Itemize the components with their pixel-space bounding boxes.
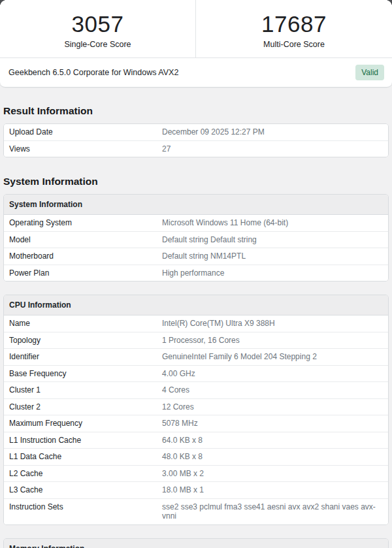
row-label: Maximum Frequency [4, 415, 162, 432]
row-label: Topology [4, 332, 162, 349]
row-label: Instruction Sets [4, 499, 162, 524]
row-label: Cluster 1 [4, 382, 162, 398]
table-row: Maximum Frequency5078 MHz [4, 415, 388, 432]
table-row: Instruction Setssse2 sse3 pclmul fma3 ss… [4, 498, 388, 524]
row-label: Name [4, 315, 162, 332]
card-title: System Information [4, 195, 388, 215]
card-title: CPU Information [4, 295, 388, 315]
row-value: High performance [162, 265, 388, 282]
row-label: Identifier [4, 349, 162, 365]
row-label: L2 Cache [4, 466, 162, 482]
table-row: L1 Instruction Cache64.0 KB x 8 [4, 432, 388, 449]
score-banner: 3057 Single-Core Score 17687 Multi-Core … [0, 0, 392, 88]
table-row: Power PlanHigh performance [4, 265, 388, 282]
multi-core-score-value: 17687 [261, 11, 327, 37]
row-value: Default string Default string [162, 232, 388, 248]
multi-core-score-label: Multi-Core Score [263, 40, 325, 49]
row-label: Cluster 2 [4, 399, 162, 415]
single-core-score-value: 3057 [72, 11, 124, 37]
card-title: Memory Information [4, 539, 388, 548]
row-label: Upload Date [4, 124, 162, 140]
table-row: ModelDefault string Default string [4, 231, 388, 248]
row-value: sse2 sse3 pclmul fma3 sse41 aesni avx av… [162, 499, 388, 524]
row-value: 27 [162, 141, 388, 157]
table-row: Upload DateDecember 09 2025 12:27 PM [4, 124, 388, 140]
row-value: Microsoft Windows 11 Home (64-bit) [162, 215, 388, 231]
valid-status-badge: Valid [355, 65, 384, 80]
row-label: L3 Cache [4, 482, 162, 498]
window-corner-artifact-left [0, 0, 5, 5]
row-value: 4.00 GHz [162, 366, 388, 382]
single-core-score-card: 3057 Single-Core Score [0, 0, 196, 57]
row-value: 5078 MHz [162, 415, 388, 432]
row-label: L1 Data Cache [4, 449, 162, 465]
row-value: 3.00 MB x 2 [162, 466, 388, 482]
table-row: L3 Cache18.0 MB x 1 [4, 481, 388, 498]
table-row: Cluster 14 Cores [4, 381, 388, 398]
row-value: 18.0 MB x 1 [162, 482, 388, 498]
table-row: IdentifierGenuineIntel Family 6 Model 20… [4, 348, 388, 365]
row-label: Views [4, 141, 162, 157]
table-row: NameIntel(R) Core(TM) Ultra X9 388H [4, 315, 388, 332]
row-value: 12 Cores [162, 399, 388, 415]
row-value: 64.0 KB x 8 [162, 432, 388, 449]
row-label: Model [4, 232, 162, 248]
score-columns: 3057 Single-Core Score 17687 Multi-Core … [0, 0, 392, 58]
window-corner-artifact-right [387, 0, 392, 5]
row-value: 4 Cores [162, 382, 388, 398]
benchmark-version-text: Geekbench 6.5.0 Corporate for Windows AV… [8, 68, 355, 77]
table-row: Topology1 Processor, 16 Cores [4, 332, 388, 349]
result-information-card: Upload DateDecember 09 2025 12:27 PMView… [3, 123, 389, 157]
multi-core-score-card: 17687 Multi-Core Score [196, 0, 392, 57]
row-value: GenuineIntel Family 6 Model 204 Stepping… [162, 349, 388, 365]
single-core-score-label: Single-Core Score [64, 40, 131, 49]
info-card: System InformationOperating SystemMicros… [3, 194, 389, 282]
row-value: Default string NM14PTL [162, 248, 388, 265]
system-information-heading: System Information [3, 176, 388, 187]
row-label: Power Plan [4, 265, 162, 282]
table-row: Cluster 212 Cores [4, 398, 388, 415]
row-label: L1 Instruction Cache [4, 432, 162, 449]
table-row: Operating SystemMicrosoft Windows 11 Hom… [4, 215, 388, 231]
row-label: Operating System [4, 215, 162, 231]
row-value: December 09 2025 12:27 PM [162, 124, 388, 140]
info-card: Memory InformationSize63.50 GB [3, 538, 389, 548]
info-card: CPU InformationNameIntel(R) Core(TM) Ult… [3, 295, 389, 525]
table-row: Base Frequency4.00 GHz [4, 365, 388, 382]
row-value: 48.0 KB x 8 [162, 449, 388, 465]
system-information-cards: System InformationOperating SystemMicros… [0, 194, 392, 548]
row-value: 1 Processor, 16 Cores [162, 332, 388, 349]
table-row: L2 Cache3.00 MB x 2 [4, 465, 388, 482]
result-information-heading: Result Information [3, 105, 388, 117]
geekbench-result-page: 3057 Single-Core Score 17687 Multi-Core … [0, 0, 392, 548]
row-label: Motherboard [4, 248, 162, 265]
table-row: MotherboardDefault string NM14PTL [4, 248, 388, 265]
row-value: Intel(R) Core(TM) Ultra X9 388H [162, 315, 388, 332]
table-row: L1 Data Cache48.0 KB x 8 [4, 448, 388, 465]
row-label: Base Frequency [4, 366, 162, 382]
table-row: Views27 [4, 140, 388, 157]
version-row: Geekbench 6.5.0 Corporate for Windows AV… [0, 58, 392, 87]
